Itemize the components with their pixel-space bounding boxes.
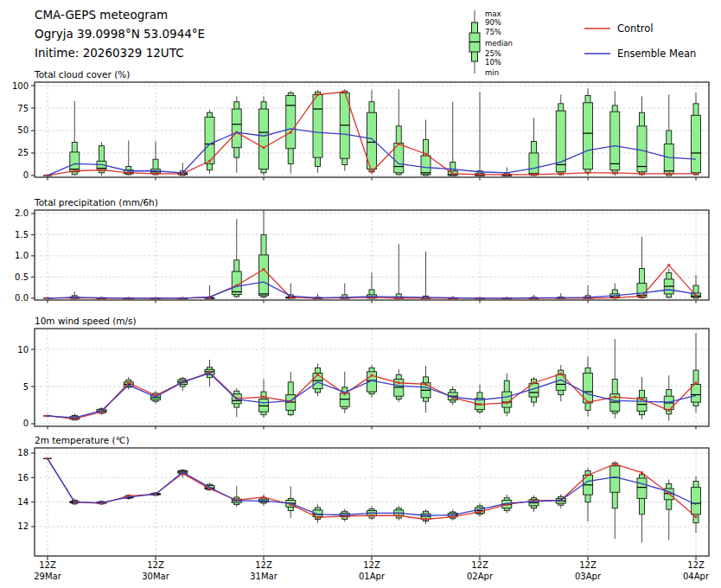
x-tick-label-time: 12Z: [363, 560, 380, 570]
control-marker: [263, 496, 265, 499]
control-marker: [506, 402, 508, 405]
control-marker: [559, 373, 562, 375]
panel-temperature: 121416182m temperature (℃): [17, 435, 709, 560]
control-marker: [316, 93, 319, 96]
control-marker: [127, 171, 130, 174]
control-marker: [479, 403, 482, 406]
box-25-75: [610, 112, 620, 170]
control-marker: [587, 401, 590, 404]
y-tick-label: 5: [23, 382, 29, 392]
control-marker: [695, 515, 698, 518]
box-plot: [205, 110, 214, 174]
box-plot: [286, 486, 296, 518]
legend-label-25: 25%: [485, 49, 501, 58]
box-plot: [664, 94, 673, 175]
control-marker: [667, 409, 670, 412]
control-marker: [263, 268, 265, 271]
control-marker: [127, 381, 130, 384]
legend: max 90% 75% median 25% 10% min Control E…: [0, 0, 721, 82]
box-plot: [529, 495, 539, 512]
series-legend: Control Ensemble Mean: [584, 22, 696, 60]
panel-cloud-cover: 0255075100Total cloud cover (%): [12, 69, 709, 181]
x-tick-label-date: 01Apr: [359, 572, 386, 581]
control-marker: [614, 171, 616, 174]
control-marker: [263, 396, 265, 399]
control-marker: [695, 172, 698, 175]
box-plot: [664, 269, 673, 298]
y-tick-label: 2.0: [15, 208, 29, 218]
box-25-75: [313, 94, 322, 157]
y-tick-label: 0: [23, 419, 29, 428]
control-marker: [641, 398, 643, 400]
box-plot: [692, 333, 701, 412]
box-plot: [232, 388, 241, 418]
box-plot: [394, 89, 404, 176]
y-tick-label: 10: [17, 345, 29, 355]
control-marker: [667, 172, 670, 175]
y-tick-label: 50: [17, 125, 29, 135]
box-plot: [448, 102, 457, 176]
control-marker: [451, 515, 454, 518]
x-tick-label-date: 02Apr: [467, 572, 494, 581]
ensemble-mean-legend-label: Ensemble Mean: [617, 48, 696, 60]
x-tick-label-date: 31Mar: [250, 572, 278, 581]
control-marker: [614, 463, 616, 465]
legend-label-median: median: [485, 39, 513, 48]
control-marker: [506, 173, 508, 176]
box-25-75: [610, 466, 620, 492]
control-marker: [398, 143, 400, 145]
x-tick-label-time: 12Z: [579, 560, 597, 570]
control-marker: [263, 146, 265, 149]
control-marker: [398, 381, 400, 384]
control-marker: [695, 294, 698, 297]
control-marker: [587, 171, 590, 174]
legend-label-max: max: [485, 10, 501, 18]
box-plot: [610, 339, 620, 419]
box-25-75: [584, 103, 593, 169]
box-plot: [584, 357, 593, 417]
x-tick-label-time: 12Z: [471, 560, 488, 570]
control-marker: [479, 173, 482, 176]
box-plot: [151, 141, 161, 175]
panel-precipitation: 0.00.51.01.52.0Total precipitation (mm/6…: [15, 197, 709, 304]
control-marker: [641, 295, 643, 297]
box-25-75: [340, 393, 349, 406]
control-marker: [208, 160, 211, 163]
box-plot: [421, 252, 431, 298]
control-legend-label: Control: [617, 22, 654, 35]
control-marker: [155, 172, 157, 175]
x-tick-label-time: 12Z: [147, 560, 164, 570]
box-25-75: [232, 109, 241, 148]
box-25-75: [664, 144, 673, 174]
x-tick-label-date: 30Mar: [142, 572, 169, 581]
box-25-75: [421, 156, 431, 175]
y-tick-label: 0: [23, 170, 29, 180]
x-tick-label-time: 12Z: [39, 560, 56, 570]
y-tick-label: 75: [17, 104, 29, 113]
box-whisker-legend-labels: max 90% 75% median 25% 10% min: [485, 10, 513, 78]
x-axis-labels: 12Z29Mar12Z30Mar12Z31Mar12Z01Apr12Z02Apr…: [34, 560, 710, 581]
box-plot: [529, 118, 539, 175]
control-marker: [343, 393, 346, 395]
control-marker: [641, 471, 643, 474]
control-marker: [479, 511, 482, 514]
control-marker: [424, 518, 427, 521]
panel-wind-speed: 051010m wind speed (m/s): [17, 316, 709, 430]
box-25-75: [692, 115, 701, 172]
control-marker: [316, 374, 319, 376]
box-plot: [313, 504, 322, 522]
y-tick-label: 18: [17, 448, 29, 457]
y-tick-label: 1.5: [15, 230, 29, 240]
box-25-75: [502, 392, 512, 407]
box-plot: [259, 210, 269, 297]
box-plot: [421, 509, 431, 524]
y-tick-label: 25: [17, 148, 29, 157]
control-marker: [398, 514, 400, 517]
y-tick-label: 100: [12, 81, 29, 91]
control-marker: [614, 297, 616, 299]
control-marker: [290, 131, 292, 134]
box-plot: [692, 93, 701, 176]
box-plot: [475, 92, 485, 176]
box-plot: [637, 237, 647, 298]
control-marker: [533, 173, 535, 176]
